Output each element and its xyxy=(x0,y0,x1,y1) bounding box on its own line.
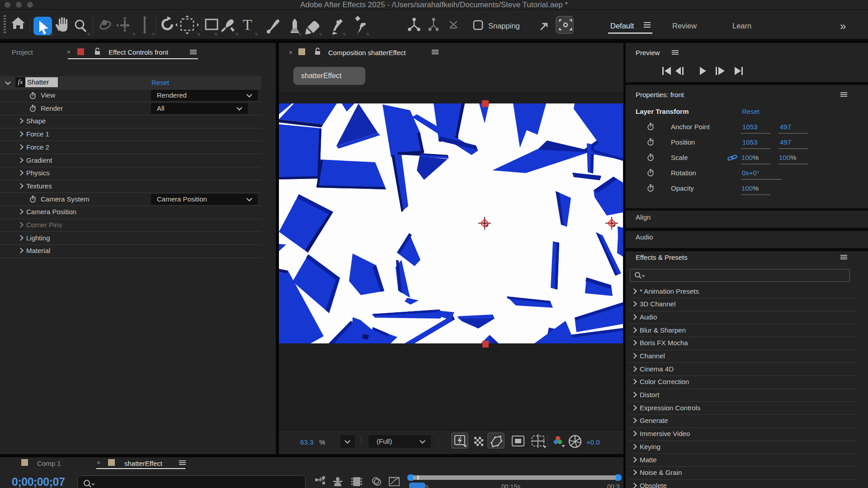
svg-text:»: » xyxy=(840,20,846,32)
svg-text:Review: Review xyxy=(672,22,697,30)
svg-text:Learn: Learn xyxy=(732,22,751,30)
svg-text:Default: Default xyxy=(610,22,634,30)
svg-text:Snapping: Snapping xyxy=(488,22,520,30)
svg-text:T: T xyxy=(243,16,252,33)
